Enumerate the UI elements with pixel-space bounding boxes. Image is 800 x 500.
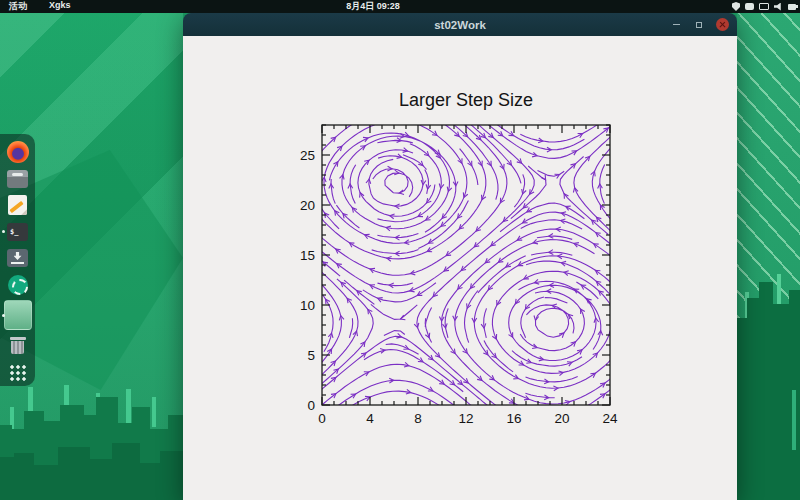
system-status-area[interactable]: [732, 0, 796, 13]
svg-text:15: 15: [300, 248, 315, 263]
battery-icon: [788, 4, 796, 10]
svg-text:20: 20: [554, 411, 569, 426]
text-editor-icon: [8, 195, 27, 215]
svg-text:16: 16: [506, 411, 521, 426]
top-bar: 活动 Xgks 8月4日 09:28: [0, 0, 800, 13]
app-grid-icon: [9, 364, 26, 381]
svg-text:8: 8: [414, 411, 422, 426]
minimize-icon: [673, 24, 680, 26]
touchpad-icon: [745, 3, 754, 10]
svg-text:10: 10: [300, 298, 315, 313]
downloads-icon: [7, 249, 28, 267]
plot-title: Larger Step Size: [399, 90, 533, 110]
dock-item-text-editor[interactable]: [0, 192, 35, 218]
svg-text:20: 20: [300, 198, 315, 213]
volume-icon: [774, 3, 783, 11]
app-menu-button[interactable]: Xgks: [49, 0, 71, 13]
shield-icon: [732, 2, 740, 11]
window-titlebar[interactable]: st02Work: [183, 13, 737, 36]
close-button[interactable]: [715, 18, 729, 32]
svg-text:0: 0: [307, 398, 315, 413]
update-icon: [8, 275, 28, 295]
window-content: Larger Step Size 048121620240510152025: [183, 36, 737, 500]
axis-ticks: [322, 125, 610, 405]
svg-text:24: 24: [602, 411, 618, 426]
running-indicator: [2, 230, 5, 233]
wallpaper-right: [737, 0, 800, 500]
wallpaper-stripes: [737, 0, 800, 340]
trash-icon: [10, 337, 26, 355]
window-title: st02Work: [434, 19, 486, 31]
archive-icon: [7, 170, 28, 188]
streamline-plot: Larger Step Size 048121620240510152025: [285, 80, 630, 445]
activities-button[interactable]: 活动: [9, 0, 27, 13]
dock-item-terminal[interactable]: $_: [0, 218, 35, 244]
window-thumbnail-icon: [4, 300, 32, 330]
maximize-icon: [696, 22, 702, 28]
dock-item-software-update[interactable]: [0, 271, 35, 297]
svg-text:4: 4: [366, 411, 374, 426]
display-icon: [759, 3, 769, 10]
dock-item-archive-manager[interactable]: [0, 165, 35, 191]
dock-item-xgks-window[interactable]: [0, 298, 35, 333]
plot-frame: [322, 125, 610, 405]
desktop: 活动 Xgks 8月4日 09:28 $_ st02Work: [0, 0, 800, 500]
svg-text:12: 12: [458, 411, 473, 426]
svg-text:0: 0: [318, 411, 326, 426]
app-window: st02Work Larger Step Size 04812162024051…: [183, 13, 737, 500]
dock-item-app-grid[interactable]: [0, 360, 35, 386]
running-indicator: [2, 314, 5, 317]
clock-button[interactable]: 8月4日 09:28: [346, 0, 400, 13]
close-icon: [716, 18, 729, 31]
svg-text:25: 25: [300, 148, 315, 163]
terminal-icon: $_: [7, 223, 28, 241]
minimize-button[interactable]: [669, 18, 683, 32]
firefox-icon: [7, 141, 29, 163]
dock: $_: [0, 134, 35, 386]
dock-item-trash[interactable]: [0, 333, 35, 359]
maximize-button[interactable]: [692, 18, 706, 32]
svg-text:5: 5: [307, 348, 315, 363]
dock-item-firefox[interactable]: [0, 139, 35, 165]
plot-canvas: Larger Step Size 048121620240510152025: [285, 80, 630, 445]
dock-item-downloads[interactable]: [0, 245, 35, 271]
